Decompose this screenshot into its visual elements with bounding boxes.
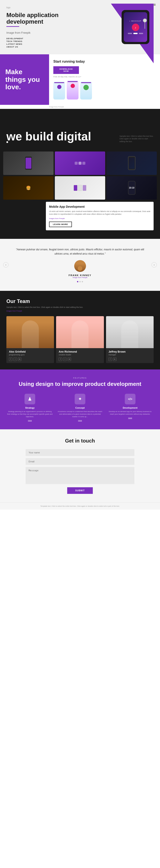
team-card-info-alex: Alex Grinfield programming guru f t in <box>6 348 54 363</box>
portfolio-item-5 <box>55 176 105 199</box>
hero-subtitle: Image from Freepik <box>6 31 80 34</box>
build-sample-text: Sample text. Click to select the text bo… <box>119 135 154 143</box>
jeffrey-fb[interactable]: f <box>109 358 112 361</box>
download-now-button[interactable]: DOWNLOAD NOW <box>53 66 79 74</box>
feature-development: </> Development Develop an on-demand app… <box>107 394 154 422</box>
portfolio-section: 🍔 10:10 Mobile App Development Ut enim a… <box>0 152 160 239</box>
ann-tw[interactable]: t <box>63 358 66 361</box>
phone-screen-2 <box>129 158 135 169</box>
arrow-right[interactable]: › <box>152 262 157 268</box>
card-2 <box>78 185 82 191</box>
phone-shape-2 <box>128 156 135 170</box>
alex-tw[interactable]: t <box>14 358 17 361</box>
strategy-desc: Strategy planning is an organization's p… <box>6 410 53 418</box>
ann-silhouette <box>72 320 88 348</box>
make-title: Make things you love. <box>5 68 44 91</box>
contact-email-input[interactable] <box>26 458 134 465</box>
strategy-link[interactable]: more <box>28 420 32 422</box>
ann-in[interactable]: in <box>68 358 71 361</box>
testimonial-dots <box>13 281 147 282</box>
alex-silhouette <box>22 320 39 348</box>
jeffrey-in[interactable]: in <box>113 358 116 361</box>
app-screen-3 <box>80 82 92 99</box>
earphone-circle <box>143 19 147 22</box>
team-card-ann: Ann Richmond creative leader f t in <box>56 316 104 363</box>
mac-title: Mobile App Development <box>49 205 151 208</box>
hero-underline <box>6 26 19 27</box>
dot-1[interactable] <box>77 281 78 282</box>
jeffrey-name: Jeffrey Brown <box>109 350 151 353</box>
jeffrey-social: f in <box>109 358 151 361</box>
features-title: Using design to improve product developm… <box>6 381 154 388</box>
mac-images-from: Images from Freepik <box>49 218 151 219</box>
hero-left: logo Mobile application development Imag… <box>6 6 80 48</box>
arrow-left[interactable]: ‹ <box>3 262 8 268</box>
ann-fb[interactable]: f <box>59 358 62 361</box>
portfolio-item-1 <box>3 152 54 175</box>
mockup-controls <box>128 33 143 34</box>
hero-nav: DEVELOPMENT TECH TRENDS LATEST NEWS ABOU… <box>6 37 80 48</box>
earphone-wire <box>144 22 145 29</box>
footer: Template text. Click to select the entir… <box>0 502 160 509</box>
hamburger-icon[interactable]: ≡ <box>153 3 156 7</box>
hero-section: logo Mobile application development Imag… <box>0 0 160 54</box>
build-dot <box>6 141 8 143</box>
team-images-from: Images from Freepik <box>6 310 154 312</box>
development-icon-wrap: </> <box>125 394 135 404</box>
strategy-name: Strategy <box>6 406 53 409</box>
avatar-person <box>74 260 86 272</box>
development-link[interactable]: more <box>128 417 132 419</box>
feature-concept: ✦ Concept A business concept is a statem… <box>56 394 104 422</box>
team-card-alex: Alex Grinfield programming guru f t in <box>6 316 54 363</box>
control-btn-3 <box>139 33 143 34</box>
ann-social: f t in <box>59 358 101 361</box>
features-grid: ♟ Strategy Strategy planning is an organ… <box>6 394 154 422</box>
portfolio-item-2 <box>55 152 105 175</box>
team-card-info-jeffrey: Jeffrey Brown manager f in <box>106 348 154 363</box>
team-sample-text: Sample text. Click to select the text bo… <box>6 306 154 309</box>
app-circle-1 <box>57 85 61 89</box>
team-grid: Alex Grinfield programming guru f t in A… <box>6 316 154 363</box>
burger-logo: 🍔 <box>26 186 31 190</box>
phone-screen-1 <box>26 158 31 169</box>
phone-10-screen: 10:10 <box>129 187 134 189</box>
contact-name-input[interactable] <box>26 449 134 456</box>
nav-tech-trends[interactable]: TECH TRENDS <box>6 40 80 42</box>
nav-about-us[interactable]: ABOUT US <box>6 46 80 48</box>
team-title: Our Team <box>6 298 154 304</box>
phone-shape-1 <box>25 156 32 170</box>
mockup-label: • MOCKUP <box>130 20 141 22</box>
features-section: FEATURES Using design to improve product… <box>0 369 160 429</box>
dot-2[interactable] <box>79 281 81 282</box>
nav-latest-news[interactable]: LATEST NEWS <box>6 43 80 45</box>
hero-title: Mobile application development <box>6 12 80 25</box>
card-3 <box>83 185 86 191</box>
concept-icon-wrap: ✦ <box>75 394 85 404</box>
learn-more-button[interactable]: LEARN MORE <box>49 222 72 227</box>
alex-role: programming guru <box>9 354 51 356</box>
app-circle-3 <box>83 85 89 90</box>
nav-development[interactable]: DEVELOPMENT <box>6 37 80 40</box>
portfolio-item-6: 10:10 <box>106 176 157 199</box>
testimonial-quote: "Aenean pulvinar dui ornare, feugiat lor… <box>13 247 147 256</box>
contact-message-input[interactable] <box>26 467 134 484</box>
app-screen-1 <box>53 82 65 99</box>
features-label: FEATURES <box>6 377 154 379</box>
dot-3[interactable] <box>82 281 83 282</box>
team-card-jeffrey: Jeffrey Brown manager f in <box>106 316 154 363</box>
make-left: Make things you love. <box>0 54 49 105</box>
app-screenshots <box>53 80 156 99</box>
portfolio-app-label <box>75 162 85 165</box>
phone-10: 10:10 <box>128 181 135 195</box>
team-card-img-alex <box>6 316 54 348</box>
alex-in[interactable]: in <box>18 358 21 361</box>
contact-form: SUBMIT <box>26 449 134 494</box>
make-image-from: Image from Freepik <box>0 105 160 109</box>
concept-name: Concept <box>56 406 104 409</box>
testimonial-image-from: Image from Freepik <box>13 277 147 278</box>
alex-fb[interactable]: f <box>9 358 12 361</box>
concept-link[interactable]: more <box>78 420 82 422</box>
cards-shape <box>74 185 86 191</box>
strategy-icon-wrap: ♟ <box>25 394 35 404</box>
submit-button[interactable]: SUBMIT <box>67 487 93 494</box>
